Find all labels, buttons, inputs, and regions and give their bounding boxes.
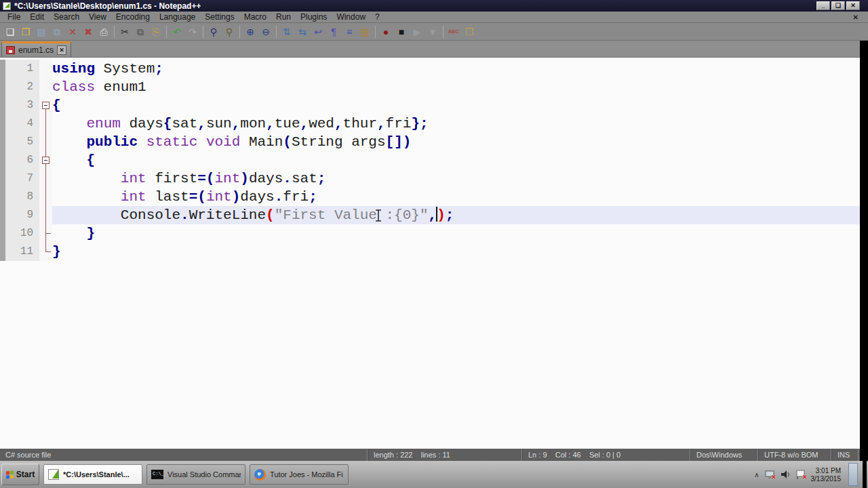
copy-icon[interactable]: ⧉ <box>133 25 148 39</box>
code-line-7[interactable]: 7 int first=(int)days.sat; <box>0 169 868 188</box>
fold-margin <box>39 133 52 151</box>
undo-icon[interactable]: ↶ <box>170 25 184 39</box>
taskbar-item-label: Visual Studio Comman... <box>167 470 241 479</box>
tab-close-icon[interactable]: ✕ <box>57 45 66 55</box>
show-all-chars-icon[interactable]: ¶ <box>326 25 341 39</box>
status-encoding: UTF-8 w/o BOM <box>758 449 831 461</box>
menu-item-settings[interactable]: Settings <box>200 12 239 22</box>
function-list-icon[interactable]: ▥ <box>357 25 372 39</box>
menu-item-plugins[interactable]: Plugins <box>296 12 332 22</box>
fold-margin <box>39 243 52 261</box>
save-icon[interactable]: ▤ <box>34 25 49 39</box>
menu-item-encoding[interactable]: Encoding <box>111 12 155 22</box>
code-line-5[interactable]: 5 public static void Main(String args[]) <box>0 133 868 151</box>
line-number: 5 <box>0 133 39 151</box>
code-line-6[interactable]: 6 { <box>0 151 868 169</box>
code-text: enum days{sat,sun,mon,tue,wed,thur,fri}; <box>52 115 429 133</box>
minimize-button[interactable]: _ <box>816 1 830 10</box>
fold-margin[interactable] <box>39 96 52 115</box>
cut-icon[interactable]: ✂ <box>117 25 132 39</box>
menu-item-help[interactable]: ? <box>370 12 384 22</box>
macro-stop-icon[interactable]: ■ <box>394 25 409 39</box>
macro-play-icon[interactable]: ▶ <box>410 25 425 39</box>
code-text: } <box>52 243 61 261</box>
code-line-10[interactable]: 10 } <box>0 224 868 243</box>
fold-margin <box>39 115 52 133</box>
hidden-icons-chevron[interactable]: ∧ <box>754 471 759 479</box>
zoom-out-icon[interactable]: ⊖ <box>258 25 273 39</box>
code-line-11[interactable]: 11} <box>0 243 868 261</box>
code-editor[interactable]: 1using System;2class enum13{4 enum days{… <box>0 58 868 449</box>
line-number: 3 <box>0 96 39 115</box>
fold-margin <box>39 224 52 243</box>
code-line-9[interactable]: 9 Console.WriteLine("First Value :{0}",)… <box>0 206 868 224</box>
taskbar-item-vs-command-prompt[interactable]: C:\_Visual Studio Comman... <box>146 464 245 485</box>
taskbar-item-label: *C:\Users\Stanle\... <box>63 470 130 479</box>
close-doc-icon[interactable]: ✕ <box>65 25 80 39</box>
clock[interactable]: 3:01 PM 3/13/2015 <box>811 466 842 483</box>
sync-horizontal-icon[interactable]: ⇆ <box>295 25 310 39</box>
taskbar-item-firefox[interactable]: Tutor Joes - Mozilla Fi... <box>250 464 349 485</box>
start-label: Start <box>16 470 35 479</box>
code-text: class enum1 <box>52 78 146 96</box>
line-number: 4 <box>0 115 39 133</box>
show-desktop-button[interactable] <box>848 463 858 486</box>
new-file-icon[interactable]: ❏ <box>3 25 18 39</box>
volume-icon[interactable] <box>780 469 791 480</box>
window-title: *C:\Users\Stanle\Desktop\enum1.cs - Note… <box>14 1 201 11</box>
taskbar-buttons: *C:\Users\Stanle\...C:\_Visual Studio Co… <box>43 464 349 485</box>
fold-margin <box>39 78 52 96</box>
code-line-4[interactable]: 4 enum days{sat,sun,mon,tue,wed,thur,fri… <box>0 115 868 133</box>
menu-item-macro[interactable]: Macro <box>239 12 271 22</box>
close-button[interactable]: ✕ <box>846 1 860 10</box>
macro-record-icon[interactable]: ● <box>378 25 393 39</box>
toolbar-divider <box>203 26 203 38</box>
firefox-icon <box>254 469 266 481</box>
code-line-8[interactable]: 8 int last=(int)days.fri; <box>0 188 868 206</box>
tray-time: 3:01 PM <box>816 467 841 474</box>
start-button[interactable]: Start <box>1 464 39 485</box>
status-cursor-position: Ln : 9 Col : 46 Sel : 0 | 0 <box>522 449 690 461</box>
action-center-alert-icon[interactable]: ✕ <box>795 469 806 480</box>
taskbar-item-notepadpp[interactable]: *C:\Users\Stanle\... <box>43 464 142 485</box>
word-wrap-icon[interactable]: ↩ <box>311 25 326 39</box>
network-disconnected-icon[interactable]: ✕ <box>764 469 775 480</box>
menu-item-search[interactable]: Search <box>49 12 84 22</box>
close-all-icon[interactable]: ✖ <box>81 25 96 39</box>
replace-icon[interactable]: ⚲ <box>222 25 237 39</box>
indent-guide-icon[interactable]: ≡ <box>342 25 357 39</box>
screen-edge <box>863 461 867 488</box>
zoom-in-icon[interactable]: ⊕ <box>243 25 258 39</box>
save-all-icon[interactable]: ⧉ <box>50 25 64 39</box>
menu-item-window[interactable]: Window <box>332 12 370 22</box>
restore-button[interactable]: ❏ <box>831 1 845 10</box>
code-line-1[interactable]: 1using System; <box>0 60 868 78</box>
docs-icon[interactable]: ❒ <box>462 25 477 39</box>
fold-margin[interactable] <box>39 151 52 169</box>
menu-item-language[interactable]: Language <box>155 12 200 22</box>
code-line-3[interactable]: 3{ <box>0 96 868 115</box>
line-number: 2 <box>0 78 39 96</box>
tab-label: enum1.cs <box>18 45 54 55</box>
paste-icon[interactable]: ⎘ <box>149 25 163 39</box>
toolbar-divider <box>276 26 277 38</box>
macro-save-icon[interactable]: ▼ <box>425 25 440 39</box>
tab-enum1[interactable]: enum1.cs ✕ <box>1 41 71 57</box>
code-line-2[interactable]: 2class enum1 <box>0 78 868 96</box>
menubar-close-icon[interactable]: ✕ <box>853 14 859 21</box>
open-file-icon[interactable]: ❐ <box>18 25 33 39</box>
toolbar-divider <box>375 26 376 38</box>
window-controls: _❏✕ <box>816 1 865 10</box>
fold-margin <box>39 169 52 188</box>
redo-icon[interactable]: ↷ <box>185 25 200 39</box>
menu-item-view[interactable]: View <box>84 12 111 22</box>
taskbar-item-label: Tutor Joes - Mozilla Fi... <box>270 470 344 479</box>
spellcheck-icon[interactable]: ABC <box>446 25 461 39</box>
menu-item-edit[interactable]: Edit <box>25 12 49 22</box>
print-icon[interactable]: ⎙ <box>96 25 111 39</box>
menu-item-file[interactable]: File <box>3 12 25 22</box>
find-icon[interactable]: ⚲ <box>206 25 221 39</box>
line-number: 6 <box>0 151 39 169</box>
sync-vertical-icon[interactable]: ⇅ <box>279 25 294 39</box>
menu-item-run[interactable]: Run <box>271 12 296 22</box>
